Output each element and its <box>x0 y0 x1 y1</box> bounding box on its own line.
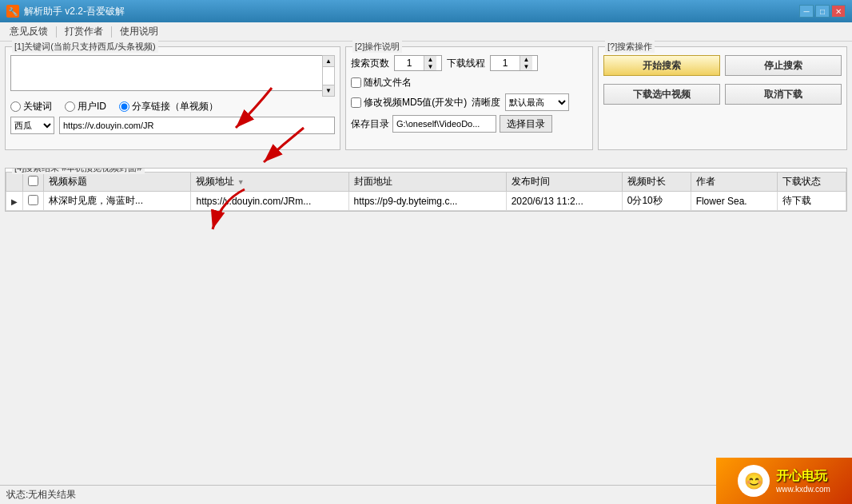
modify-md5-label[interactable]: 修改视频MD5值(开发中) <box>351 96 467 109</box>
app-icon: 🔧 <box>6 5 19 18</box>
download-threads-up[interactable]: ▲ <box>520 56 532 63</box>
radio-userid[interactable]: 用户ID <box>65 100 106 113</box>
table-header-row: 视频标题 视频地址 ▼ 封面地址 发布时间 视频时长 作者 下载状态 <box>6 173 846 192</box>
search-pages-up[interactable]: ▲ <box>424 56 436 63</box>
row-title: 林深时见鹿，海蓝时... <box>44 192 191 211</box>
search-panel-title: [?]搜索操作 <box>605 41 655 53</box>
radio-keyword[interactable]: 关键词 <box>10 100 52 113</box>
operation-panel-title: [2]操作说明 <box>352 41 402 53</box>
menu-bar: 意见反馈 打赏作者 使用说明 <box>0 22 852 42</box>
minimize-button[interactable]: ─ <box>799 5 814 18</box>
status-text: 状态:无相关结果 <box>6 488 76 502</box>
download-threads-label: 下载线程 <box>447 57 485 70</box>
results-table: 视频标题 视频地址 ▼ 封面地址 发布时间 视频时长 作者 下载状态 <box>6 172 846 211</box>
random-filename-checkbox[interactable] <box>351 77 361 88</box>
col-title[interactable]: 视频标题 <box>44 173 191 192</box>
col-publish-time[interactable]: 发布时间 <box>506 173 622 192</box>
col-video-url[interactable]: 视频地址 ▼ <box>191 173 348 192</box>
menu-separator-2 <box>111 26 112 38</box>
row-publish-time: 2020/6/13 11:2... <box>506 192 622 211</box>
textarea-scroll-up[interactable]: ▲ <box>323 56 334 67</box>
row-duration: 0分10秒 <box>622 192 691 211</box>
search-btn-row-bottom: 下载选中视频 取消下载 <box>603 84 842 105</box>
window-title: 解析助手 v2.2-吾爱破解 <box>24 5 125 18</box>
search-panel: [?]搜索操作 开始搜索 停止搜索 下载选中视频 取消下载 <box>598 46 847 150</box>
brand-text-block: 开心电玩 www.kxdw.com <box>776 468 830 494</box>
row-status: 待下载 <box>778 192 846 211</box>
top-section: [1]关键词(当前只支持西瓜/头条视频) ▲ ▼ 关键词 <box>5 46 847 150</box>
results-section: [4]搜索结果 #单机预览视频封面# 视频标题 视频地址 ▼ 封面地址 发布时间 <box>5 161 847 480</box>
col-arrow <box>6 173 23 192</box>
download-selected-button[interactable]: 下载选中视频 <box>603 84 720 105</box>
download-threads-down[interactable]: ▼ <box>520 63 532 70</box>
modify-md5-checkbox[interactable] <box>351 97 361 108</box>
row-cover-url: https://p9-dy.byteimg.c... <box>348 192 506 211</box>
brand-name: 开心电玩 <box>776 468 830 485</box>
share-url-input[interactable] <box>59 117 335 134</box>
menu-support[interactable]: 打赏作者 <box>58 22 109 41</box>
save-dir-row: 保存目录 选择目录 <box>351 115 587 133</box>
cancel-download-button[interactable]: 取消下载 <box>725 84 842 105</box>
col-duration[interactable]: 视频时长 <box>622 173 691 192</box>
download-threads-spinbox: ▲ ▼ <box>490 55 538 71</box>
save-path-input[interactable] <box>392 115 496 133</box>
maximize-button[interactable]: □ <box>815 5 830 18</box>
clarity-select[interactable]: 默认最高 高清 标准 <box>505 93 569 111</box>
menu-feedback[interactable]: 意见反馈 <box>3 22 54 41</box>
keywords-panel: [1]关键词(当前只支持西瓜/头条视频) ▲ ▼ 关键词 <box>5 46 340 150</box>
row-author: Flower Sea. <box>691 192 777 211</box>
textarea-scroll-down[interactable]: ▼ <box>323 85 334 96</box>
results-panel: [4]搜索结果 #单机预览视频封面# 视频标题 视频地址 ▼ 封面地址 发布时间 <box>5 168 847 212</box>
col-status[interactable]: 下载状态 <box>778 173 846 192</box>
menu-help[interactable]: 使用说明 <box>113 22 165 41</box>
keywords-panel-title: [1]关键词(当前只支持西瓜/头条视频) <box>12 41 158 53</box>
download-threads-input[interactable] <box>491 56 520 70</box>
window-controls: ─ □ ✕ <box>799 5 846 18</box>
app-window: 🔧 解析助手 v2.2-吾爱破解 ─ □ ✕ 意见反馈 打赏作者 使用说明 [1… <box>0 0 852 504</box>
select-dir-button[interactable]: 选择目录 <box>500 115 552 133</box>
brand-mascot: 😊 <box>738 465 770 497</box>
source-select[interactable]: 西瓜 头条 <box>10 117 54 134</box>
search-pages-input[interactable] <box>395 56 424 70</box>
brand-badge: 😊 开心电玩 www.kxdw.com <box>716 458 852 504</box>
row-checkbox[interactable] <box>23 192 44 211</box>
menu-separator-1 <box>56 26 57 38</box>
radio-group: 关键词 用户ID 分享链接（单视频） <box>10 100 335 113</box>
col-author[interactable]: 作者 <box>691 173 777 192</box>
search-pages-spinbox: ▲ ▼ <box>394 55 442 71</box>
search-btn-row-top: 开始搜索 停止搜索 <box>603 55 842 76</box>
results-panel-title: [4]搜索结果 #单机预览视频封面# <box>12 168 145 174</box>
results-table-scroll[interactable]: 视频标题 视频地址 ▼ 封面地址 发布时间 视频时长 作者 下载状态 <box>6 169 846 211</box>
select-all-checkbox[interactable] <box>28 176 38 186</box>
keywords-textarea[interactable] <box>10 55 335 91</box>
random-filename-label[interactable]: 随机文件名 <box>351 76 412 89</box>
col-cover-url[interactable]: 封面地址 <box>348 173 506 192</box>
col-checkbox <box>23 173 44 192</box>
save-dir-label: 保存目录 <box>351 117 389 131</box>
row-arrow: ▶ <box>6 192 23 211</box>
md5-row: 修改视频MD5值(开发中) 清晰度 默认最高 高清 标准 <box>351 93 587 111</box>
source-row: 西瓜 头条 <box>10 117 335 134</box>
clarity-label: 清晰度 <box>472 96 500 109</box>
operation-panel: [2]操作说明 搜索页数 ▲ ▼ 下载线程 ▲ <box>345 46 593 150</box>
table-row: ▶ 林深时见鹿，海蓝时... https://v.douyin.com/JRm.… <box>6 192 846 211</box>
close-button[interactable]: ✕ <box>831 5 846 18</box>
radio-sharelink[interactable]: 分享链接（单视频） <box>119 100 218 113</box>
main-content: [1]关键词(当前只支持西瓜/头条视频) ▲ ▼ 关键词 <box>0 42 852 485</box>
stop-search-button[interactable]: 停止搜索 <box>725 55 842 76</box>
start-search-button[interactable]: 开始搜索 <box>603 55 720 76</box>
search-pages-down[interactable]: ▼ <box>424 63 436 70</box>
brand-url: www.kxdw.com <box>776 485 830 494</box>
search-pages-label: 搜索页数 <box>351 57 389 70</box>
row-video-url: https://v.douyin.com/JRm... <box>191 192 348 211</box>
title-bar: 🔧 解析助手 v2.2-吾爱破解 ─ □ ✕ <box>0 0 852 22</box>
